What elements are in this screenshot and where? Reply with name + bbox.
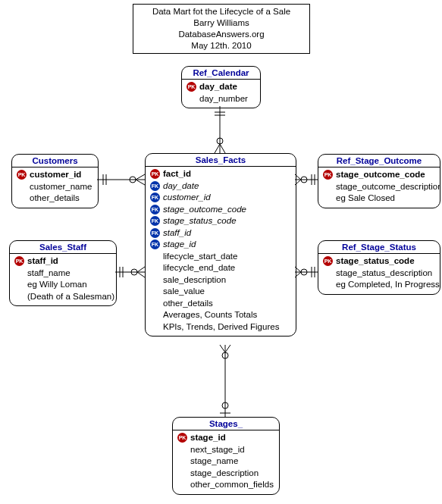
fk-icon: FK (150, 181, 160, 191)
attribute-row: lifecycle_start_date (150, 251, 291, 263)
attribute-text: stage_outcome_code (163, 204, 246, 216)
entity-ref-stage-status: Ref_Stage_Status PKstage_status_codestag… (318, 240, 440, 295)
entity-ref-calendar: Ref_Calendar PKday_dateday_number (181, 66, 261, 108)
entity-body: PKstage_status_codestage_status_descript… (318, 254, 440, 294)
attribute-text: customer_name (30, 181, 92, 193)
entity-title: Sales_Facts (146, 154, 296, 167)
attribute-text: staff_name (27, 268, 71, 280)
attribute-text: stage_outcome_code (336, 169, 425, 181)
attribute-text: other_common_fields (190, 479, 274, 491)
title-line4: May 12th. 2010 (133, 40, 309, 52)
svg-line-32 (220, 345, 225, 352)
attribute-row: stage_description (177, 468, 274, 480)
entity-title: Ref_Stage_Status (318, 241, 440, 254)
attribute-text: lifecycle_start_date (163, 251, 237, 263)
svg-line-17 (137, 272, 145, 277)
pk-icon: PK (14, 256, 24, 266)
entity-ref-stage-outcome: Ref_Stage_Outcome PKstage_outcome_codest… (318, 154, 440, 208)
attribute-text: stage_outcome_description (336, 181, 440, 193)
pk-icon: PK (150, 169, 160, 179)
rel-customers-facts (97, 172, 145, 187)
attribute-text: lifecycle_end_date (163, 262, 235, 274)
title-line3: DatabaseAnswers.org (133, 29, 309, 40)
attribute-row: (Death of a Salesman) (14, 291, 111, 303)
attribute-row: PKstage_outcome_code (323, 169, 435, 181)
svg-point-15 (131, 269, 137, 275)
attribute-row: PKcustomer_id (17, 169, 93, 181)
attribute-text: stage_status_description (336, 268, 432, 280)
entity-body: PKfact_idFKday_dateFKcustomer_idFKstage_… (146, 167, 296, 336)
attribute-row: stage_status_description (323, 268, 435, 280)
entity-title: Ref_Stage_Outcome (318, 155, 440, 167)
attribute-text: stage_name (190, 455, 238, 468)
attribute-row: other_details (17, 193, 93, 205)
entity-body: PKstage_idnext_stage_idstage_namestage_d… (173, 430, 279, 494)
svg-line-10 (136, 174, 145, 180)
fk-icon: FK (150, 228, 160, 238)
attribute-row: sale_value (150, 286, 291, 298)
attribute-row: lifecycle_end_date (150, 262, 291, 274)
entity-title: Customers (12, 155, 98, 167)
pk-icon: PK (187, 82, 196, 92)
rel-facts-stages (218, 345, 233, 417)
fk-icon: FK (150, 216, 160, 226)
attribute-row: PKstaff_id (14, 255, 111, 268)
attribute-text: other_details (163, 298, 213, 310)
attribute-text: customer_id (30, 169, 81, 181)
svg-line-16 (137, 267, 145, 272)
entity-body: PKstage_outcome_codestage_outcome_descri… (318, 167, 440, 208)
attribute-row: customer_name (17, 181, 93, 193)
svg-line-11 (136, 180, 145, 185)
pk-icon: PK (323, 170, 333, 180)
attribute-text: other_details (30, 193, 80, 205)
svg-point-3 (217, 138, 223, 144)
pk-icon: PK (177, 433, 187, 443)
attribute-row: Averages, Counts Totals (150, 309, 291, 321)
attribute-text: next_stage_id (190, 444, 245, 456)
attribute-text: day_number (199, 93, 248, 105)
attribute-row: PKstage_status_code (323, 255, 435, 268)
title-line2: Barry Williams (133, 17, 309, 29)
attribute-row: eg Completed, In Progress (323, 279, 435, 291)
rel-staff-facts (115, 265, 145, 280)
attribute-row: eg Willy Loman (14, 279, 111, 291)
entity-body: PKstaff_idstaff_nameeg Willy Loman(Death… (10, 254, 116, 305)
attribute-row: FKstage_id (150, 239, 291, 251)
svg-line-5 (220, 144, 225, 153)
attribute-row: PKday_date (187, 81, 255, 93)
title-line1: Data Mart fot the Lifecycle of a Sale (133, 6, 309, 17)
attribute-row: next_stage_id (177, 444, 274, 456)
entity-stages: Stages_ PKstage_idnext_stage_idstage_nam… (172, 417, 280, 495)
pk-icon: PK (323, 256, 333, 266)
svg-point-31 (222, 352, 228, 358)
entity-title: Sales_Staff (10, 241, 116, 254)
attribute-text: sale_value (163, 286, 205, 298)
attribute-row: PKstage_id (177, 432, 274, 444)
attribute-text: staff_id (163, 227, 191, 239)
attribute-text: eg Completed, In Progress (336, 279, 440, 291)
entity-title: Ref_Calendar (182, 67, 260, 80)
attribute-text: fact_id (163, 168, 191, 180)
attribute-row: FKstaff_id (150, 227, 291, 239)
rel-facts-outcome (295, 172, 318, 187)
attribute-row: day_number (187, 93, 255, 105)
attribute-text: eg Sale Closed (336, 193, 395, 205)
attribute-row: other_details (150, 298, 291, 310)
attribute-text: stage_status_code (163, 215, 237, 227)
svg-line-4 (215, 144, 220, 153)
entity-title: Stages_ (173, 418, 279, 430)
attribute-row: sale_description (150, 274, 291, 286)
attribute-row: KPIs, Trends, Derived Figures (150, 321, 291, 333)
attribute-text: stage_id (190, 432, 226, 444)
attribute-text: staff_id (27, 255, 58, 268)
attribute-text: customer_id (163, 192, 211, 204)
attribute-row: stage_name (177, 455, 274, 468)
attribute-text: KPIs, Trends, Derived Figures (163, 321, 279, 333)
diagram-title-box: Data Mart fot the Lifecycle of a Sale Ba… (133, 4, 310, 54)
attribute-row: FKstage_outcome_code (150, 204, 291, 216)
attribute-text: stage_description (190, 468, 259, 480)
attribute-row: FKcustomer_id (150, 192, 291, 204)
attribute-row: FKday_date (150, 180, 291, 193)
svg-point-21 (301, 177, 307, 183)
attribute-row: eg Sale Closed (323, 193, 435, 205)
